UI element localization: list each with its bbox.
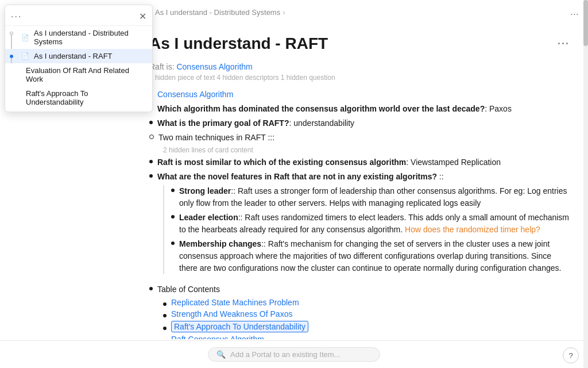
page-more-options-icon[interactable]: ··· bbox=[558, 38, 570, 50]
toc-item-1: Replicated State Machines Problem bbox=[163, 298, 570, 307]
toc-link-approach[interactable]: Raft's Approach To Understandability bbox=[171, 321, 308, 332]
page-icon-raft: 📄 bbox=[21, 52, 29, 60]
bullet-membership-changes-text: Membership changes:: Raft's mechanism fo… bbox=[179, 238, 570, 274]
bullet-novel-features: What are the novel features in Raft that… bbox=[149, 171, 570, 183]
breadcrumb: As I understand - Distributed Systems › bbox=[155, 8, 285, 17]
search-portal[interactable]: 🔍 Add a Portal to an existing Item... bbox=[208, 347, 380, 362]
search-portal-placeholder: Add a Portal to an existing Item... bbox=[230, 350, 341, 359]
sidebar-item-distributed-systems[interactable]: 📄 As I understand - Distributed Systems bbox=[5, 26, 152, 49]
bullet-dot-icon bbox=[163, 327, 167, 330]
sidebar-item-label-evaluation: Evaluation Of Raft And Related Work bbox=[26, 66, 146, 83]
bold-novel: What are the novel features in Raft that… bbox=[157, 172, 437, 181]
bullet-strong-leader-text: Strong leader:: Raft uses a stronger for… bbox=[179, 185, 570, 209]
page-icon: 📄 bbox=[21, 33, 29, 41]
more-options-icon[interactable]: ··· bbox=[570, 8, 579, 20]
toc-header: Table of Contents bbox=[149, 283, 570, 296]
bold-question: Which algorithm has dominated the consen… bbox=[157, 104, 485, 113]
breadcrumb-separator: › bbox=[283, 8, 285, 17]
membership-changes-label: Membership changes bbox=[179, 239, 261, 248]
sidebar-item-approach[interactable]: Raft's Approach To Understandability bbox=[5, 86, 152, 109]
toc-item-4: Raft Consensus Algorithm bbox=[163, 335, 570, 339]
sidebar-item-label: As I understand - Distributed Systems bbox=[34, 29, 146, 46]
bullet-two-techniques-text: Two main techniques in RAFT ::: bbox=[158, 132, 274, 144]
sidebar-item-label-raft: As I understand - RAFT bbox=[34, 52, 113, 60]
table-of-contents: Table of Contents Replicated State Machi… bbox=[149, 283, 570, 339]
strong-leader-label: Strong leader bbox=[179, 186, 231, 195]
bullet-dot-icon bbox=[149, 160, 153, 163]
scrollbar[interactable] bbox=[583, 0, 588, 368]
toc-title: Table of Contents bbox=[157, 283, 220, 296]
bullet-leader-election: Leader election:: Raft uses randomized t… bbox=[171, 212, 570, 236]
sidebar-item-raft[interactable]: 📄 As I understand - RAFT bbox=[5, 49, 152, 63]
close-icon[interactable]: ✕ bbox=[139, 11, 146, 22]
page-title-row: As I understand - RAFT ··· bbox=[149, 34, 570, 53]
dropdown-header: ··· ✕ bbox=[5, 7, 152, 26]
randomized-timer-link[interactable]: How does the randomized timer help? bbox=[405, 225, 540, 234]
toc-item-3: Raft's Approach To Understandability bbox=[163, 321, 570, 332]
bullet-primary-goal: What is the primary goal of RAFT?: under… bbox=[149, 117, 570, 129]
toc-link-strength[interactable]: Strength And Weakness Of Paxos bbox=[171, 309, 292, 319]
bullet-dot-icon bbox=[149, 174, 153, 178]
bullet-dot-icon bbox=[149, 121, 153, 124]
bullet-dot-icon bbox=[149, 287, 153, 290]
bold-most-similar: Raft is most similar to which of the exi… bbox=[157, 158, 406, 167]
sidebar-item-label-approach: Raft's Approach To Understandability bbox=[26, 89, 146, 106]
bullet-which-algorithm: Which algorithm has dominated the consen… bbox=[149, 103, 570, 115]
hidden-lines: 2 hidden lines of card content bbox=[163, 146, 570, 154]
bullet-most-similar: Raft is most similar to which of the exi… bbox=[149, 156, 570, 168]
leader-election-label: Leader election bbox=[179, 213, 238, 222]
dropdown-dots-icon: ··· bbox=[11, 12, 22, 22]
sidebar-item-evaluation[interactable]: Evaluation Of Raft And Related Work bbox=[5, 63, 152, 86]
tree-line-raft bbox=[7, 49, 16, 63]
bullet-leader-election-text: Leader election:: Raft uses randomized t… bbox=[179, 212, 570, 236]
bullet-text[interactable]: Consensus Algorithm bbox=[157, 89, 233, 101]
bottom-bar: 🔍 Add a Portal to an existing Item... bbox=[0, 340, 588, 368]
raft-is-section: Raft is: Consensus Algorithm bbox=[149, 62, 570, 71]
bullet-which-algorithm-text: Which algorithm has dominated the consen… bbox=[157, 103, 512, 115]
bullet-most-similar-text: Raft is most similar to which of the exi… bbox=[157, 156, 501, 168]
sub-bullets-block: Strong leader:: Raft uses a stronger for… bbox=[163, 185, 570, 274]
hidden-info: 1 hidden piece of text 4 hidden descript… bbox=[149, 74, 570, 82]
bullet-dot-icon bbox=[163, 302, 167, 306]
page-title: As I understand - RAFT bbox=[149, 34, 328, 53]
bold-question-goal: What is the primary goal of RAFT? bbox=[157, 118, 289, 128]
toc-link-replicated[interactable]: Replicated State Machines Problem bbox=[171, 298, 299, 307]
breadcrumb-parent[interactable]: As I understand - Distributed Systems bbox=[155, 8, 280, 17]
raft-is-label: Raft is: bbox=[149, 62, 175, 71]
tree-line bbox=[7, 26, 16, 49]
bullet-circle-icon bbox=[149, 135, 154, 139]
bullet-novel-features-text: What are the novel features in Raft that… bbox=[157, 171, 444, 183]
main-content: As I understand - RAFT ··· Raft is: Cons… bbox=[138, 34, 581, 339]
toc-link-raft-consensus[interactable]: Raft Consensus Algorithm bbox=[171, 335, 264, 339]
bullet-consensus-algorithm: Consensus Algorithm bbox=[149, 89, 570, 101]
help-button[interactable]: ? bbox=[563, 347, 579, 363]
bullet-dot-icon bbox=[171, 189, 175, 192]
bullet-dot-icon bbox=[171, 241, 175, 245]
bullet-primary-goal-text: What is the primary goal of RAFT?: under… bbox=[157, 117, 354, 129]
bullet-dot-icon bbox=[171, 215, 175, 218]
dropdown-menu[interactable]: ··· ✕ 📄 As I understand - Distributed Sy… bbox=[5, 5, 153, 112]
toc-item-2: Strength And Weakness Of Paxos bbox=[163, 309, 570, 319]
scrollbar-thumb[interactable] bbox=[583, 0, 588, 46]
bullet-membership-changes: Membership changes:: Raft's mechanism fo… bbox=[171, 238, 570, 274]
bullet-two-techniques: Two main techniques in RAFT ::: bbox=[149, 132, 570, 144]
consensus-algorithm-link[interactable]: Consensus Algorithm bbox=[176, 62, 252, 71]
bullet-dot-icon bbox=[163, 314, 167, 317]
bullet-strong-leader: Strong leader:: Raft uses a stronger for… bbox=[171, 185, 570, 209]
search-icon: 🔍 bbox=[216, 350, 226, 359]
